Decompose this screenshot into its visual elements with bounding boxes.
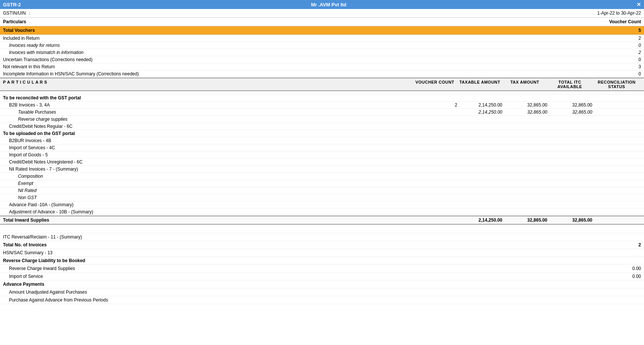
taxable-purchases-tax: 32,865.00 — [502, 110, 547, 115]
nil-rated-sub-label: Nil Rated — [3, 188, 412, 193]
particulars-header: Particulars — [3, 19, 26, 24]
close-button[interactable]: ✕ — [637, 2, 641, 8]
voucher-count-header: Voucher Count — [609, 19, 641, 24]
reverse-charge-section-label: Reverse Charge Liability to be Booked — [3, 258, 85, 263]
total-invoices-row: Total No. of Invoices 2 — [0, 241, 644, 249]
purchase-against-advance-row: Purchase Against Advance from Previous P… — [0, 296, 644, 304]
total-inward-tax: 32,865.00 — [502, 218, 547, 223]
app-title: Mr .AVM Pvt ltd — [21, 2, 637, 8]
b2b-voucher-count: 2 — [412, 102, 457, 108]
incomplete-info-value: 0 — [638, 71, 641, 76]
non-gst-label: Non GST — [3, 195, 412, 200]
blank-row — [0, 225, 644, 233]
total-vouchers-row: Total Vouchers 5 — [0, 26, 644, 35]
included-in-return-label: Included in Return — [3, 36, 39, 41]
taxable-purchases-row: Taxable Purchases 2,14,250.00 32,865.00 … — [0, 109, 644, 116]
import-goods-label: Import of Goods - 5 — [3, 152, 412, 158]
total-inward-itc: 32,865.00 — [547, 218, 592, 223]
import-service-row: Import of Service 0.00 — [0, 273, 644, 280]
import-services-label: Import of Services - 4C — [3, 145, 412, 150]
taxable-purchases-label: Taxable Purchases — [3, 110, 412, 115]
invoices-mismatch-row: Invoices with mismatch in information 2 — [0, 49, 644, 56]
header-row: GSTIN/UIN : 1-Apr-22 to 30-Apr-22 — [0, 9, 644, 18]
uncertain-transactions-value: 0 — [638, 57, 641, 62]
total-vouchers-value: 5 — [638, 28, 641, 33]
spacer-row — [0, 91, 644, 94]
b2b-invoices-row: B2B Invoices - 3, 4A 2 2,14,250.00 32,86… — [0, 102, 644, 109]
window-title: GSTR-2 — [3, 2, 21, 8]
upload-section-label-row: To be uploaded on the GST portal — [0, 130, 644, 137]
total-invoices-value: 2 — [638, 242, 641, 248]
credit-debit-unreg-label: Credit/Debit Notes Unregistered - 6C — [3, 159, 412, 165]
invoices-mismatch-count: 2 — [638, 50, 641, 55]
b2bur-row: B2BUR Invoices - 4B — [0, 137, 644, 144]
advance-payments-section-label: Advance Payments — [3, 282, 44, 287]
total-inward-taxable: 2,14,250.00 — [457, 218, 502, 223]
credit-debit-unreg-row: Credit/Debit Notes Unregistered - 6C — [0, 159, 644, 166]
b2b-label: B2B Invoices - 3, 4A — [3, 102, 412, 108]
import-service-label: Import of Service — [9, 274, 43, 279]
reverse-charge-inward-value: 0.00 — [632, 266, 641, 271]
nil-rated-label: Nil Rated Invoices - 7 - (Summary) — [3, 166, 412, 172]
invoices-mismatch-label: Invoices with mismatch in information — [9, 50, 84, 55]
not-relevant-label: Not relevant in this Return — [3, 64, 55, 69]
amount-unadjusted-label: Amount Unadjusted Against Purchases — [9, 290, 87, 295]
adjustment-advance-row: Adjustment of Advance - 10B - (Summary) — [0, 208, 644, 216]
amount-unadjusted-row: Amount Unadjusted Against Purchases — [0, 288, 644, 296]
col-taxable-amount: Taxable Amount — [457, 80, 502, 89]
col-total-itc: Total ITC Available — [547, 80, 592, 89]
gstin-colon: : — [29, 10, 30, 16]
incomplete-info-row: Incomplete Information in HSN/SAC Summar… — [0, 70, 644, 78]
section-header: Particulars Voucher Count — [0, 18, 644, 26]
uncertain-transactions-label: Uncertain Transactions (Corrections need… — [3, 57, 93, 62]
b2b-total-itc: 32,865.00 — [547, 102, 592, 108]
credit-debit-regular-row: Credit/Debit Notes Regular - 6C — [0, 123, 644, 130]
total-invoices-label: Total No. of Invoices — [3, 242, 46, 248]
taxable-purchases-taxable: 2,14,250.00 — [457, 110, 502, 115]
itc-reversal-label: ITC Reversal/Reclaim - 11 - (Summary) — [3, 234, 82, 240]
incomplete-info-label: Incomplete Information in HSN/SAC Summar… — [3, 71, 139, 76]
total-vouchers-label: Total Vouchers — [3, 28, 35, 33]
gstin-label: GSTIN/UIN — [3, 10, 26, 16]
reverse-charge-supplies-label: Reverse charge supplies — [3, 117, 412, 122]
adjustment-advance-label: Adjustment of Advance - 10B - (Summary) — [3, 209, 412, 214]
invoices-ready-row: Invoices ready for returns 0 — [0, 42, 644, 49]
b2bur-label: B2BUR Invoices - 4B — [3, 138, 412, 143]
b2b-taxable-amount: 2,14,250.00 — [457, 102, 502, 108]
reverse-charge-supplies-row: Reverse charge supplies — [0, 116, 644, 123]
composition-row: Composition — [0, 173, 644, 180]
col-tax-amount: Tax Amount — [502, 80, 547, 89]
title-bar: GSTR-2 Mr .AVM Pvt ltd ✕ — [0, 0, 644, 9]
upload-section-label: To be uploaded on the GST portal — [3, 131, 412, 136]
total-inward-label: Total Inward Supplies — [3, 218, 412, 223]
itc-reversal-row: ITC Reversal/Reclaim - 11 - (Summary) — [0, 233, 644, 241]
advance-payments-section-row: Advance Payments — [0, 280, 644, 288]
total-inward-row: Total Inward Supplies 2,14,250.00 32,865… — [0, 216, 644, 225]
reverse-charge-inward-label: Reverse Charge Inward Supplies — [9, 266, 75, 271]
not-relevant-value: 3 — [638, 64, 641, 69]
exempt-label: Exempt — [3, 181, 412, 186]
col-voucher-count: Voucher Count — [412, 80, 457, 89]
reconcile-section-label: To be reconciled with the GST portal — [3, 95, 412, 100]
invoices-ready-label: Invoices ready for returns — [9, 43, 60, 48]
included-in-return-value: 2 — [638, 36, 641, 41]
b2b-tax-amount: 32,865.00 — [502, 102, 547, 108]
nil-rated-row: Nil Rated Invoices - 7 - (Summary) — [0, 166, 644, 173]
hsn-summary-row: HSN/SAC Summary - 13 — [0, 249, 644, 257]
reverse-charge-section-row: Reverse Charge Liability to be Booked — [0, 257, 644, 265]
nil-rated-sub-row: Nil Rated — [0, 187, 644, 194]
credit-debit-regular-label: Credit/Debit Notes Regular - 6C — [3, 124, 412, 129]
date-range: 1-Apr-22 to 30-Apr-22 — [597, 10, 641, 16]
exempt-row: Exempt — [0, 180, 644, 187]
composition-label: Composition — [3, 174, 412, 179]
invoices-ready-count: 0 — [638, 43, 641, 48]
column-headers: P a r t i c u l a r s Voucher Count Taxa… — [0, 78, 644, 91]
import-services-row: Import of Services - 4C — [0, 144, 644, 152]
col-reconciliation: Reconciliation Status — [592, 80, 641, 89]
hsn-summary-label: HSN/SAC Summary - 13 — [3, 250, 52, 255]
not-relevant-row: Not relevant in this Return 3 — [0, 63, 644, 70]
uncertain-transactions-row: Uncertain Transactions (Corrections need… — [0, 56, 644, 63]
non-gst-row: Non GST — [0, 194, 644, 201]
included-in-return-row: Included in Return 2 — [0, 35, 644, 42]
reconcile-section-label-row: To be reconciled with the GST portal — [0, 94, 644, 102]
